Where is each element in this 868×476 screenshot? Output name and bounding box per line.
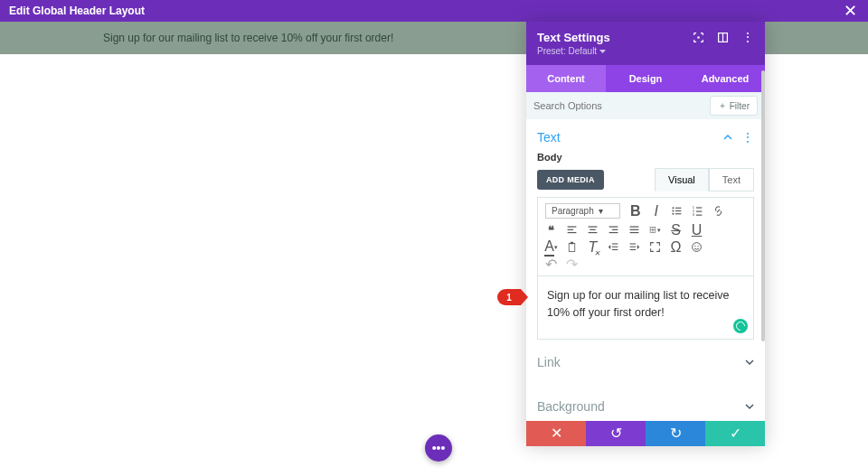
callout-pointer: 1 xyxy=(497,289,521,305)
panel-header: Text Settings Preset: Default ⋮ xyxy=(526,22,765,65)
svg-rect-20 xyxy=(589,232,598,233)
paste-icon[interactable] xyxy=(566,241,578,253)
svg-rect-8 xyxy=(675,213,682,214)
preset-dropdown[interactable]: Preset: Default xyxy=(537,46,610,56)
paragraph-select[interactable]: Paragraph ▾ xyxy=(545,203,620,219)
svg-rect-25 xyxy=(630,229,639,230)
editor-toolbar: Paragraph ▾ B I 123 ❝ ▾ S U A ▾ T✕ xyxy=(537,197,754,276)
svg-rect-23 xyxy=(609,232,618,233)
svg-rect-33 xyxy=(612,247,618,247)
section-text-title: Text xyxy=(537,130,561,145)
link-label: Link xyxy=(537,355,561,369)
caret-down-icon xyxy=(599,50,606,53)
align-right-icon[interactable] xyxy=(608,224,619,236)
settings-panel: Text Settings Preset: Default ⋮ Content … xyxy=(526,22,765,446)
italic-icon[interactable]: I xyxy=(650,205,662,217)
fullscreen-icon[interactable] xyxy=(649,241,661,253)
fab-menu-button[interactable]: ••• xyxy=(425,434,452,462)
svg-rect-17 xyxy=(568,232,577,233)
svg-rect-19 xyxy=(590,229,596,230)
svg-point-3 xyxy=(673,207,675,209)
undo-icon[interactable]: ↶ xyxy=(545,258,557,270)
search-input[interactable] xyxy=(533,100,703,111)
confirm-button[interactable]: ✓ xyxy=(705,421,765,446)
svg-point-5 xyxy=(673,210,675,212)
filter-button[interactable]: ＋Filter xyxy=(710,96,758,116)
emoji-icon[interactable] xyxy=(691,241,703,253)
preset-label: Preset: Default xyxy=(537,46,597,56)
chevron-down-icon xyxy=(745,402,754,411)
text-tab[interactable]: Text xyxy=(709,168,754,191)
filter-label: Filter xyxy=(730,101,750,111)
svg-text:3: 3 xyxy=(693,212,695,217)
editor-textarea[interactable]: Sign up for our mailing list to receive … xyxy=(537,276,754,340)
panel-title: Text Settings xyxy=(537,31,610,44)
layout-icon[interactable] xyxy=(717,32,729,43)
top-bar-title: Edit Global Header Layout xyxy=(9,5,145,17)
svg-point-0 xyxy=(697,36,699,38)
add-media-button[interactable]: ADD MEDIA xyxy=(537,170,604,190)
svg-point-38 xyxy=(693,243,702,252)
body-label: Body xyxy=(537,152,754,163)
special-char-icon[interactable]: Ω xyxy=(670,241,682,253)
section-kebab-icon[interactable]: ⋮ xyxy=(741,130,754,145)
svg-rect-26 xyxy=(630,232,639,233)
svg-rect-14 xyxy=(696,215,703,216)
svg-point-7 xyxy=(673,213,675,215)
svg-point-39 xyxy=(694,246,695,247)
panel-tabs: Content Design Advanced xyxy=(526,65,765,92)
close-icon[interactable]: ✕ xyxy=(844,1,857,21)
clear-format-icon[interactable]: T✕ xyxy=(587,241,599,253)
quote-icon[interactable]: ❝ xyxy=(545,224,557,236)
chevron-down-icon xyxy=(745,358,754,367)
kebab-menu-icon[interactable]: ⋮ xyxy=(741,31,754,43)
align-justify-icon[interactable] xyxy=(628,224,640,236)
tab-content[interactable]: Content xyxy=(526,65,606,92)
textcolor-icon[interactable]: A ▾ xyxy=(545,241,557,253)
svg-rect-31 xyxy=(571,242,573,244)
cancel-button[interactable]: ✕ xyxy=(526,421,586,446)
svg-rect-24 xyxy=(630,226,639,227)
header-text: Sign up for our mailing list to receive … xyxy=(103,32,393,44)
background-label: Background xyxy=(537,399,605,414)
bullet-list-icon[interactable] xyxy=(671,205,683,217)
chevron-up-icon[interactable] xyxy=(723,133,732,142)
focus-icon[interactable] xyxy=(693,32,704,43)
svg-rect-30 xyxy=(569,243,575,251)
svg-rect-37 xyxy=(630,249,637,250)
svg-rect-4 xyxy=(675,208,682,209)
underline-icon[interactable]: U xyxy=(691,224,703,236)
outdent-icon[interactable] xyxy=(608,241,619,253)
redo-button[interactable]: ↻ xyxy=(646,421,705,446)
redo-icon[interactable]: ↷ xyxy=(566,258,578,270)
number-list-icon[interactable]: 123 xyxy=(692,205,703,217)
bold-icon[interactable]: B xyxy=(629,205,641,217)
undo-button[interactable]: ↺ xyxy=(586,421,646,446)
indent-icon[interactable] xyxy=(628,241,640,253)
svg-rect-10 xyxy=(696,207,703,208)
editor-content: Sign up for our mailing list to receive … xyxy=(547,289,729,319)
svg-rect-22 xyxy=(612,229,618,230)
align-left-icon[interactable] xyxy=(566,224,578,236)
strikethrough-icon[interactable]: S xyxy=(670,224,682,236)
svg-rect-34 xyxy=(612,249,618,250)
tab-advanced[interactable]: Advanced xyxy=(685,65,765,92)
table-icon[interactable]: ▾ xyxy=(649,224,661,236)
align-center-icon[interactable] xyxy=(587,224,599,236)
svg-rect-18 xyxy=(589,226,598,227)
svg-rect-21 xyxy=(609,226,618,227)
svg-rect-35 xyxy=(630,243,637,244)
svg-rect-32 xyxy=(612,243,618,244)
link-section[interactable]: Link xyxy=(537,340,754,384)
svg-rect-12 xyxy=(696,211,703,212)
svg-rect-16 xyxy=(568,229,574,230)
grammarly-icon[interactable] xyxy=(733,319,748,333)
background-section[interactable]: Background xyxy=(537,384,754,421)
svg-rect-36 xyxy=(630,247,637,247)
tab-design[interactable]: Design xyxy=(606,65,685,92)
visual-tab[interactable]: Visual xyxy=(655,168,709,191)
scrollbar[interactable] xyxy=(761,70,765,341)
link-icon[interactable] xyxy=(712,205,724,217)
callout-number: 1 xyxy=(497,289,521,305)
svg-rect-6 xyxy=(675,210,682,211)
